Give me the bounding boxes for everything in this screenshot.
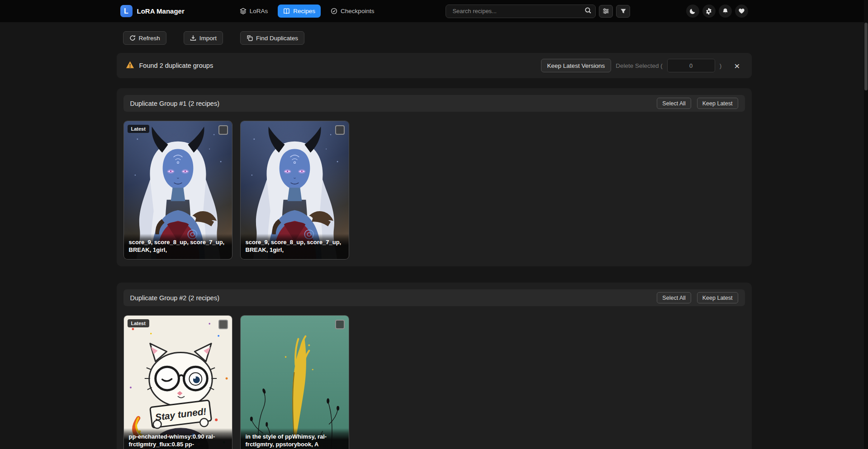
action-toolbar: Refresh Import Find Duplicates: [117, 31, 752, 45]
check-circle-icon: [331, 8, 337, 14]
copy-icon: [247, 35, 253, 41]
settings-button[interactable]: [702, 5, 716, 18]
import-button[interactable]: Import: [184, 31, 223, 45]
sliders-icon: [602, 8, 609, 14]
tab-checkpoints[interactable]: Checkpoints: [325, 5, 379, 18]
refresh-icon: [129, 35, 136, 41]
duplicate-group-2: Duplicate Group #2 (2 recipes) Select Al…: [117, 283, 752, 449]
tab-recipes-label: Recipes: [293, 8, 315, 14]
group-1-title: Duplicate Group #1 (2 recipes): [130, 100, 219, 107]
tab-checkpoints-label: Checkpoints: [341, 8, 374, 14]
find-duplicates-label: Find Duplicates: [256, 35, 298, 42]
top-bar: L LoRA Manager LoRAs Recipes C: [0, 0, 868, 22]
recipe-caption: pp-enchanted-whimsy:0.90 ral-frctlgmtry_…: [124, 428, 232, 449]
group-1-header: Duplicate Group #1 (2 recipes) Select Al…: [123, 95, 745, 112]
tab-loras[interactable]: LoRAs: [234, 5, 274, 18]
import-label: Import: [199, 35, 217, 42]
delete-count-input[interactable]: [667, 59, 715, 72]
close-alert-button[interactable]: ×: [731, 61, 742, 71]
group-2-select-all-button[interactable]: Select All: [657, 292, 691, 303]
funnel-icon: [620, 8, 626, 14]
card-checkbox[interactable]: [335, 320, 345, 329]
duplicates-alert-banner: Found 2 duplicate groups Keep Latest Ver…: [117, 53, 752, 78]
card-checkbox[interactable]: [218, 125, 228, 135]
recipe-card[interactable]: Stay tuned! Latest pp-enchanted-whimsy:0…: [123, 315, 232, 449]
book-icon: [283, 8, 290, 14]
search-button[interactable]: [583, 5, 593, 17]
main-nav: LoRAs Recipes Checkpoints: [234, 5, 380, 18]
import-icon: [190, 35, 196, 41]
recipe-card[interactable]: in the style of ppWhimsy, ral-frctlgmtry…: [240, 315, 349, 449]
keep-latest-versions-button[interactable]: Keep Latest Versions: [541, 59, 612, 72]
recipe-caption: in the style of ppWhimsy, ral-frctlgmtry…: [241, 428, 349, 449]
latest-badge: Latest: [128, 125, 149, 133]
group-1-keep-latest-button[interactable]: Keep Latest: [697, 98, 738, 109]
group-1-select-all-button[interactable]: Select All: [657, 98, 691, 109]
tab-loras-label: LoRAs: [250, 8, 268, 14]
recipe-card[interactable]: score_9, score_8_up, score_7_up, BREAK, …: [240, 121, 349, 260]
alert-message: Found 2 duplicate groups: [139, 62, 213, 69]
group-2-cards: Stay tuned! Latest pp-enchanted-whimsy:0…: [123, 315, 745, 449]
card-checkbox[interactable]: [218, 320, 228, 329]
latest-badge: Latest: [128, 319, 149, 327]
close-icon: ×: [734, 61, 740, 71]
duplicate-group-1: Duplicate Group #1 (2 recipes) Select Al…: [117, 88, 752, 266]
group-2-keep-latest-button[interactable]: Keep Latest: [697, 292, 738, 303]
group-2-title: Duplicate Group #2 (2 recipes): [130, 294, 219, 302]
layers-icon: [240, 8, 247, 14]
recipe-caption: score_9, score_8_up, score_7_up, BREAK, …: [124, 234, 232, 259]
heart-icon: [738, 8, 745, 14]
search-box: [446, 5, 596, 18]
search-icon: [584, 9, 592, 15]
search-area: [446, 5, 630, 18]
theme-toggle-button[interactable]: [686, 5, 699, 18]
notifications-button[interactable]: [719, 5, 732, 18]
favorites-button[interactable]: [735, 5, 748, 18]
group-1-cards: Latest score_9, score_8_up, score_7_up, …: [123, 121, 745, 260]
card-checkbox[interactable]: [335, 125, 345, 135]
scrollbar-thumb[interactable]: [864, 23, 868, 90]
app-title: LoRA Manager: [137, 7, 185, 15]
header-actions: [686, 5, 748, 18]
search-input[interactable]: [451, 7, 583, 15]
delete-selected-label: Delete Selected (: [616, 62, 663, 69]
search-options-button[interactable]: [599, 5, 613, 18]
gear-icon: [705, 8, 712, 15]
app-logo[interactable]: L LoRA Manager: [120, 5, 185, 17]
refresh-button[interactable]: Refresh: [123, 31, 166, 45]
app-logo-icon: L: [120, 5, 133, 17]
tab-recipes[interactable]: Recipes: [278, 5, 321, 18]
moon-icon: [689, 8, 696, 14]
app-logo-letter: L: [124, 7, 128, 15]
delete-selected-label-suffix: ): [720, 62, 722, 69]
bell-icon: [722, 8, 729, 14]
warning-icon: [126, 61, 134, 71]
scrollbar[interactable]: [864, 0, 868, 449]
filter-button[interactable]: [616, 5, 630, 18]
find-duplicates-button[interactable]: Find Duplicates: [240, 31, 304, 45]
recipe-card[interactable]: Latest score_9, score_8_up, score_7_up, …: [123, 121, 232, 260]
recipe-caption: score_9, score_8_up, score_7_up, BREAK, …: [241, 234, 349, 259]
group-2-header: Duplicate Group #2 (2 recipes) Select Al…: [123, 289, 745, 306]
refresh-label: Refresh: [139, 35, 160, 42]
main-content: Refresh Import Find Duplicates Found 2 d…: [117, 31, 752, 449]
